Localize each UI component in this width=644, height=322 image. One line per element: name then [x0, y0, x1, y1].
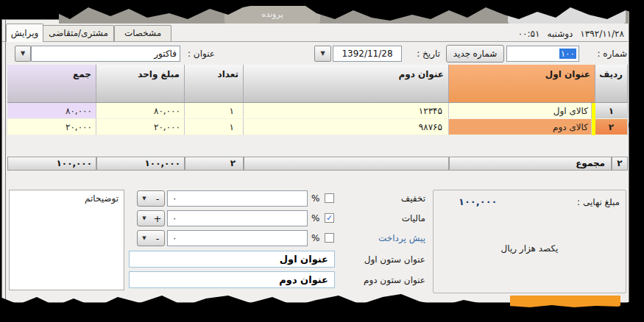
new-number-button[interactable]: شماره جدید: [446, 45, 504, 62]
status-datetime: ۰۰:۵۱ دوشنبه ۱۳۹۲/۱۱/۲۸: [518, 28, 624, 40]
summary-total: ۱۰۰,۰۰۰: [7, 157, 96, 171]
prepayment-row: پیش پرداخت % ۰ ▼ -: [129, 230, 427, 246]
chevron-down-icon: ▼: [138, 215, 151, 221]
percent-sign: %: [311, 193, 319, 204]
discount-row: تخفیف % ۰ ▼ -: [129, 190, 427, 207]
column-header-total: جمع: [7, 65, 96, 103]
final-amount-value: ۱۰۰,۰۰۰: [459, 196, 498, 207]
chevron-down-icon: ▼: [138, 196, 151, 201]
application-window: مشخصات مشتری/متقاضی ویرایش ۰۰:۵۱ دوشنبه …: [0, 0, 644, 322]
cell-total: ۸۰,۰۰۰: [7, 103, 96, 119]
tab-customer-applicant[interactable]: مشتری/متقاضی: [43, 25, 114, 42]
summary-row-count: ۲: [612, 157, 628, 171]
percent-sign: %: [311, 233, 319, 243]
tax-label: مالیات: [402, 213, 425, 223]
number-input-selected-text: ۱۰۰: [559, 49, 576, 59]
cell-total: ۲۰,۰۰۰: [7, 119, 96, 135]
tax-row: مالیات % ✓ ۰ ▼ +: [129, 210, 427, 226]
tax-value-input[interactable]: ۰: [167, 210, 308, 226]
percent-sign: %: [311, 213, 319, 223]
cell-count: ۱: [185, 119, 244, 135]
column-header-row: ردیف: [595, 65, 628, 103]
cell-first-title: کالای اول: [449, 103, 592, 119]
minus-icon: -: [151, 233, 164, 244]
column2-title-label: عنوان ستون دوم: [364, 275, 425, 285]
status-time: ۰۰:۵۱: [518, 29, 540, 39]
title-label: عنوان :: [188, 49, 215, 59]
date-input[interactable]: 1392/11/28: [333, 46, 402, 62]
notes-textarea[interactable]: توضیحاتم: [9, 190, 124, 290]
plus-icon: +: [151, 213, 164, 224]
column-header-second-title: عنوان دوم: [244, 65, 449, 103]
discount-label: تخفیف: [401, 193, 425, 204]
chevron-down-icon: ▼: [138, 235, 151, 241]
date-dropdown-button[interactable]: ▼: [314, 46, 331, 62]
chevron-down-icon: ▼: [320, 50, 325, 57]
discount-sign-dropdown[interactable]: ▼ -: [137, 190, 165, 207]
prepayment-label[interactable]: پیش پرداخت: [378, 233, 425, 243]
torn-edge-right: [628, 0, 644, 322]
tab-specifications[interactable]: مشخصات: [114, 25, 171, 42]
amount-in-words: یکصد هزار ریال: [434, 243, 626, 254]
summary-count: ۲: [185, 157, 244, 171]
tax-sign-dropdown[interactable]: ▼ +: [137, 210, 165, 226]
chevron-down-icon: ▼: [21, 50, 25, 57]
cell-second-title: ۱۲۳۴۵: [244, 103, 449, 119]
column1-title-label: عنوان ستون اول: [364, 254, 425, 265]
cell-row-number: ۱: [595, 103, 628, 119]
status-day: دوشنبه: [547, 29, 573, 39]
column2-title-input[interactable]: عنوان دوم: [129, 271, 335, 288]
cell-second-title: ۹۸۷۶۵: [244, 119, 449, 135]
prepayment-sign-dropdown[interactable]: ▼ -: [137, 230, 165, 246]
summary-label: مجموع: [449, 157, 612, 171]
column1-title-input[interactable]: عنوان اول: [129, 251, 335, 268]
tab-edit[interactable]: ویرایش: [6, 24, 43, 42]
discount-value-input[interactable]: ۰: [167, 190, 308, 207]
summary-empty-cell: [244, 157, 449, 171]
tab-file-fragment: پرونده: [243, 10, 302, 19]
title-dropdown-button[interactable]: ▼: [15, 46, 31, 62]
final-amount-groupbox: مبلغ نهایی : ۱۰۰,۰۰۰ یکصد هزار ریال: [433, 190, 626, 293]
title-combobox[interactable]: فاکتور: [31, 46, 180, 62]
final-amount-label: مبلغ نهایی :: [577, 197, 620, 207]
tabstrip-divider: [2, 41, 628, 42]
prepayment-value-input[interactable]: ۰: [167, 230, 308, 246]
torn-edge-top: [0, 0, 644, 21]
minus-icon: -: [151, 193, 164, 204]
date-label: تاریخ :: [417, 49, 440, 59]
cell-first-title: کالای دوم: [449, 119, 592, 135]
cell-unit-price: ۸۰,۰۰۰: [96, 103, 185, 119]
column-header-count: تعداد: [185, 65, 244, 103]
number-input[interactable]: ۱۰۰: [506, 46, 579, 62]
cell-unit-price: ۲۰,۰۰۰: [96, 119, 185, 135]
cell-row-number: ۲: [595, 119, 628, 135]
discount-checkbox[interactable]: [325, 193, 334, 203]
column-header-unit-price: مبلغ واحد: [96, 65, 185, 103]
summary-unit-price: ۱۰۰,۰۰۰: [96, 157, 185, 171]
window-left-frame: [5, 19, 6, 303]
prepayment-checkbox[interactable]: [325, 233, 334, 243]
number-label: شماره :: [597, 49, 627, 59]
cell-count: ۱: [185, 103, 244, 119]
column-header-first-title: عنوان اول: [449, 65, 595, 103]
tax-checkbox-checked[interactable]: ✓: [325, 213, 334, 223]
status-date: ۱۳۹۲/۱۱/۲۸: [580, 29, 624, 39]
